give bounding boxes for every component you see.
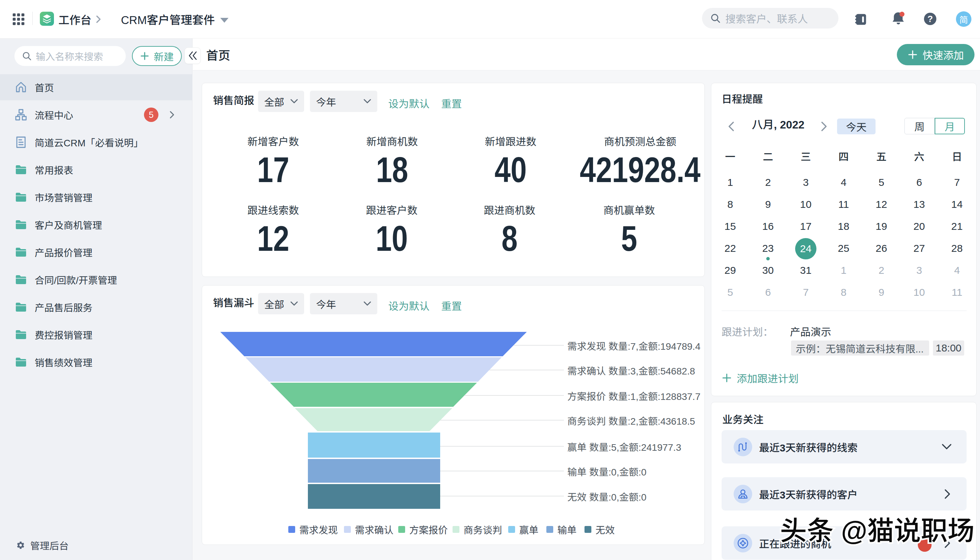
svg-text:头条 @猫说职场: 头条 @猫说职场 [780,509,975,548]
